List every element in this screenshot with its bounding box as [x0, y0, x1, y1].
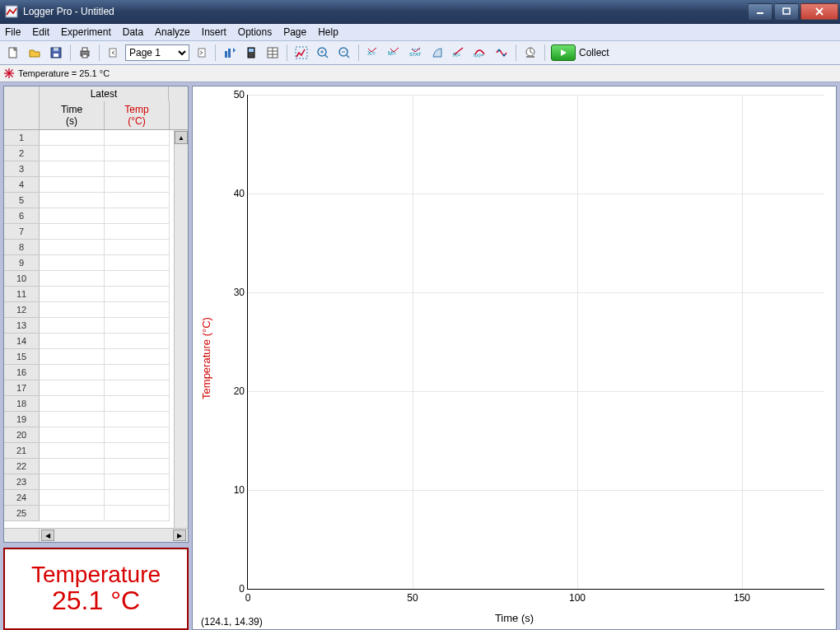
- close-button[interactable]: [800, 3, 838, 20]
- cell-time[interactable]: [40, 459, 105, 474]
- cell-temp[interactable]: [105, 490, 170, 506]
- menu-file[interactable]: File: [5, 26, 21, 38]
- maximize-button[interactable]: [774, 3, 799, 20]
- col-header-time[interactable]: Time (s): [40, 101, 105, 129]
- table-row[interactable]: 8: [4, 240, 188, 255]
- cell-time[interactable]: [40, 177, 105, 193]
- cell-temp[interactable]: [105, 318, 170, 334]
- prev-page-button[interactable]: [104, 43, 124, 63]
- device-button[interactable]: [241, 43, 261, 63]
- table-row[interactable]: 24: [4, 490, 188, 506]
- scroll-right-icon[interactable]: ▶: [173, 530, 186, 541]
- menu-data[interactable]: Data: [123, 26, 143, 38]
- col-header-temp[interactable]: Temp (°C): [105, 101, 170, 129]
- data-collection-button[interactable]: [220, 43, 240, 63]
- cell-temp[interactable]: [105, 146, 170, 161]
- table-row[interactable]: 6: [4, 208, 188, 224]
- zoom-in-button[interactable]: [313, 43, 333, 63]
- cell-temp[interactable]: [105, 427, 170, 443]
- cell-time[interactable]: [40, 193, 105, 208]
- cell-temp[interactable]: [105, 412, 170, 427]
- table-row[interactable]: 10: [4, 271, 188, 287]
- cell-time[interactable]: [40, 161, 105, 177]
- table-hscrollbar[interactable]: ◀ ▶: [4, 528, 188, 542]
- temperature-meter[interactable]: Temperature 25.1 °C: [3, 548, 189, 630]
- save-button[interactable]: [46, 43, 66, 63]
- cell-temp[interactable]: [105, 349, 170, 365]
- integral-button[interactable]: [427, 43, 447, 63]
- cell-temp[interactable]: [105, 130, 170, 146]
- cell-time[interactable]: [40, 224, 105, 240]
- table-row[interactable]: 2: [4, 146, 188, 161]
- table-row[interactable]: 9: [4, 255, 188, 271]
- cell-temp[interactable]: [105, 208, 170, 224]
- page-selector[interactable]: Page 1: [125, 44, 189, 61]
- cell-time[interactable]: [40, 302, 105, 318]
- cell-temp[interactable]: [105, 302, 170, 318]
- table-row[interactable]: 18: [4, 396, 188, 412]
- cell-time[interactable]: [40, 396, 105, 412]
- menu-options[interactable]: Options: [238, 26, 272, 38]
- cell-temp[interactable]: [105, 287, 170, 302]
- cell-temp[interactable]: [105, 271, 170, 287]
- cell-time[interactable]: [40, 240, 105, 255]
- examine-button[interactable]: X=: [363, 43, 383, 63]
- cell-temp[interactable]: [105, 474, 170, 490]
- table-button[interactable]: [263, 43, 282, 63]
- autoscale-button[interactable]: [292, 43, 311, 63]
- curve-fit-button[interactable]: f(x)=: [470, 43, 490, 63]
- table-row[interactable]: 22: [4, 459, 188, 474]
- data-table[interactable]: Latest Time (s) Temp (°C) 12345678910111…: [3, 86, 189, 543]
- cell-temp[interactable]: [105, 506, 170, 521]
- table-row[interactable]: 16: [4, 365, 188, 380]
- cell-time[interactable]: [40, 506, 105, 521]
- stats-button[interactable]: STAT: [406, 43, 426, 63]
- linear-fit-button[interactable]: R=: [449, 43, 469, 63]
- open-button[interactable]: [25, 43, 44, 63]
- menu-experiment[interactable]: Experiment: [61, 26, 111, 38]
- table-row[interactable]: 20: [4, 427, 188, 443]
- menu-insert[interactable]: Insert: [202, 26, 226, 38]
- cell-time[interactable]: [40, 412, 105, 427]
- scroll-up-icon[interactable]: ▲: [175, 131, 188, 144]
- cell-temp[interactable]: [105, 224, 170, 240]
- table-row[interactable]: 13: [4, 318, 188, 334]
- cell-time[interactable]: [40, 130, 105, 146]
- y-axis-label[interactable]: Temperature (°C): [200, 317, 212, 399]
- table-row[interactable]: 3: [4, 161, 188, 177]
- cell-time[interactable]: [40, 318, 105, 334]
- next-page-button[interactable]: [191, 43, 211, 63]
- table-row[interactable]: 19: [4, 412, 188, 427]
- plot-area[interactable]: 05010015001020304050: [247, 95, 824, 590]
- table-row[interactable]: 11: [4, 287, 188, 302]
- cell-time[interactable]: [40, 474, 105, 490]
- menu-analyze[interactable]: Analyze: [155, 26, 190, 38]
- cell-time[interactable]: [40, 365, 105, 380]
- cell-temp[interactable]: [105, 459, 170, 474]
- scroll-left-icon[interactable]: ◀: [41, 530, 54, 541]
- cell-time[interactable]: [40, 208, 105, 224]
- cell-time[interactable]: [40, 146, 105, 161]
- table-row[interactable]: 12: [4, 302, 188, 318]
- table-row[interactable]: 21: [4, 443, 188, 459]
- cell-temp[interactable]: [105, 365, 170, 380]
- collect-button[interactable]: Collect: [549, 44, 614, 62]
- cell-time[interactable]: [40, 287, 105, 302]
- table-row[interactable]: 7: [4, 224, 188, 240]
- zoom-out-button[interactable]: [334, 43, 354, 63]
- cell-time[interactable]: [40, 255, 105, 271]
- table-row[interactable]: 14: [4, 334, 188, 349]
- cell-temp[interactable]: [105, 255, 170, 271]
- cell-time[interactable]: [40, 427, 105, 443]
- x-axis-label[interactable]: Time (s): [495, 612, 534, 624]
- table-row[interactable]: 17: [4, 380, 188, 396]
- table-row[interactable]: 25: [4, 506, 188, 521]
- table-row[interactable]: 15: [4, 349, 188, 365]
- cell-temp[interactable]: [105, 177, 170, 193]
- cell-time[interactable]: [40, 349, 105, 365]
- model-button[interactable]: [492, 43, 511, 63]
- cell-temp[interactable]: [105, 334, 170, 349]
- cell-temp[interactable]: [105, 193, 170, 208]
- cell-time[interactable]: [40, 334, 105, 349]
- cell-temp[interactable]: [105, 443, 170, 459]
